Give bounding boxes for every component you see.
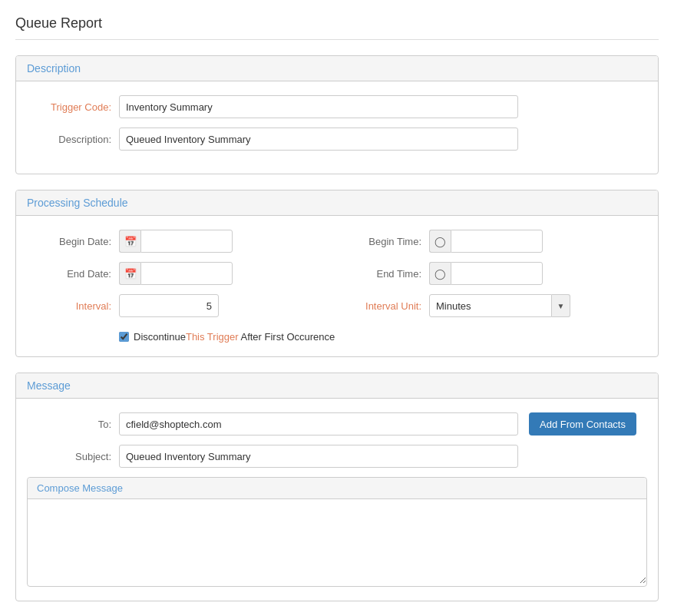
to-label: To: (27, 419, 111, 430)
to-input[interactable] (119, 412, 518, 436)
end-time-input[interactable] (451, 262, 543, 285)
processing-grid: Begin Date: 📅 End Date: 📅 Inte (27, 230, 647, 326)
begin-time-group: ◯ (429, 230, 543, 253)
compose-message-header: Compose Message (28, 478, 646, 499)
to-row: To: Add From Contacts (27, 412, 647, 436)
end-date-label: End Date: (27, 268, 111, 280)
end-date-row: End Date: 📅 (27, 262, 322, 285)
end-time-row: End Time: ◯ (337, 262, 632, 285)
message-section: Message To: Add From Contacts Subject: C… (15, 373, 659, 601)
page-divider (15, 39, 659, 40)
interval-unit-label: Interval Unit: (337, 300, 421, 312)
discontinue-checkbox-row: Discontinue This Trigger After First Occ… (119, 331, 647, 343)
trigger-code-input[interactable] (119, 95, 518, 118)
end-date-input[interactable] (140, 262, 233, 285)
begin-time-clock-icon[interactable]: ◯ (429, 230, 451, 253)
add-from-contacts-button[interactable]: Add From Contacts (529, 412, 636, 436)
begin-date-row: Begin Date: 📅 (27, 230, 322, 253)
end-time-group: ◯ (429, 262, 543, 285)
end-date-group: 📅 (119, 262, 233, 285)
begin-date-label: Begin Date: (27, 236, 111, 247)
subject-label: Subject: (27, 451, 111, 462)
proc-right-col: Begin Time: ◯ End Time: ◯ Interv (337, 230, 647, 326)
begin-date-group: 📅 (119, 230, 233, 253)
processing-section: Processing Schedule Begin Date: 📅 End Da… (15, 190, 659, 357)
discontinue-checkbox[interactable] (119, 332, 129, 342)
interval-unit-arrow-icon: ▼ (552, 294, 570, 317)
description-row: Description: (27, 128, 647, 151)
begin-date-input[interactable] (140, 230, 233, 253)
end-time-label: End Time: (337, 268, 421, 280)
compose-message-textarea[interactable] (28, 499, 646, 584)
description-section-body: Trigger Code: Description: (16, 81, 658, 174)
processing-section-body: Begin Date: 📅 End Date: 📅 Inte (16, 216, 658, 356)
begin-time-input[interactable] (451, 230, 543, 253)
end-date-calendar-icon[interactable]: 📅 (119, 262, 140, 285)
begin-time-row: Begin Time: ◯ (337, 230, 632, 253)
description-section: Description Trigger Code: Description: (15, 55, 659, 174)
description-section-header: Description (16, 56, 658, 81)
page-title: Queue Report (15, 15, 659, 31)
begin-date-calendar-icon[interactable]: 📅 (119, 230, 140, 253)
discontinue-label-prefix: Discontinue (134, 331, 186, 343)
interval-unit-row: Interval Unit: Minutes Hours Days ▼ (337, 294, 632, 317)
description-label: Description: (27, 134, 111, 145)
interval-unit-group: Minutes Hours Days ▼ (429, 294, 570, 317)
trigger-code-row: Trigger Code: (27, 95, 647, 118)
processing-section-header: Processing Schedule (16, 190, 658, 216)
description-input[interactable] (119, 128, 518, 151)
message-section-header: Message (16, 373, 658, 399)
interval-input[interactable] (119, 294, 219, 317)
interval-label: Interval: (27, 300, 111, 312)
message-section-body: To: Add From Contacts Subject: Compose M… (16, 399, 658, 601)
proc-left-col: Begin Date: 📅 End Date: 📅 Inte (27, 230, 337, 326)
begin-time-label: Begin Time: (337, 236, 421, 247)
trigger-code-label: Trigger Code: (27, 101, 111, 113)
discontinue-label-highlight: This Trigger (186, 331, 239, 343)
subject-row: Subject: (27, 445, 647, 468)
end-time-clock-icon[interactable]: ◯ (429, 262, 451, 285)
discontinue-label-suffix: After First Occurence (239, 331, 335, 343)
interval-row: Interval: (27, 294, 322, 317)
compose-message-box: Compose Message (27, 477, 647, 587)
subject-input[interactable] (119, 445, 518, 468)
interval-unit-select[interactable]: Minutes Hours Days (429, 294, 552, 317)
